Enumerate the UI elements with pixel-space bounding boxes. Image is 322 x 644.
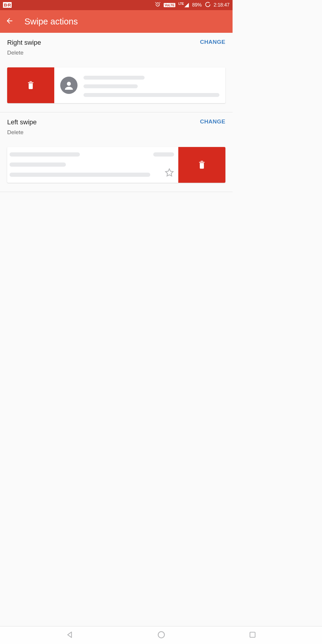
- placeholder-line: [10, 152, 80, 157]
- swipe-action-panel: [7, 67, 54, 103]
- app-bar: Swipe actions: [0, 10, 233, 33]
- avatar-icon: [60, 77, 78, 94]
- content-area: Right swipe Delete CHANGE: [0, 33, 233, 192]
- star-icon: [165, 168, 174, 179]
- back-arrow-icon[interactable]: [5, 17, 14, 26]
- loading-circle-icon: [205, 1, 211, 9]
- alarm-icon: [155, 1, 161, 9]
- swipe-action-panel: [178, 147, 225, 183]
- placeholder-line: [10, 173, 150, 177]
- section-title-left: Left swipe: [7, 118, 37, 126]
- left-swipe-section: Left swipe Delete CHANGE: [0, 112, 233, 192]
- placeholder-line: [83, 93, 219, 97]
- left-swipe-preview: [7, 147, 225, 183]
- right-swipe-section: Right swipe Delete CHANGE: [0, 33, 233, 112]
- trash-icon: [198, 160, 206, 170]
- section-title-right: Right swipe: [7, 39, 41, 47]
- status-bar: B·R VoLTE LTE 89% 2:18:47: [0, 0, 233, 10]
- section-action-left: Delete: [7, 129, 37, 136]
- placeholder-line: [10, 162, 66, 167]
- signal-icon: LTE: [178, 2, 189, 8]
- right-swipe-preview: [7, 67, 225, 103]
- email-preview-body: [54, 67, 225, 103]
- battery-percent: 89%: [192, 2, 202, 8]
- trash-icon: [27, 80, 35, 91]
- app-badge: B·R: [3, 2, 12, 8]
- svg-point-1: [67, 82, 71, 86]
- volte-badge: VoLTE: [164, 3, 175, 7]
- placeholder-line: [83, 76, 145, 80]
- placeholder-line: [83, 84, 138, 88]
- section-action-right: Delete: [7, 49, 41, 56]
- placeholder-line: [153, 152, 174, 157]
- change-right-button[interactable]: CHANGE: [200, 39, 225, 45]
- email-preview-body: [7, 147, 178, 183]
- clock-time: 2:18:47: [214, 2, 230, 8]
- svg-point-0: [205, 2, 210, 7]
- change-left-button[interactable]: CHANGE: [200, 118, 225, 125]
- page-title: Swipe actions: [24, 17, 78, 27]
